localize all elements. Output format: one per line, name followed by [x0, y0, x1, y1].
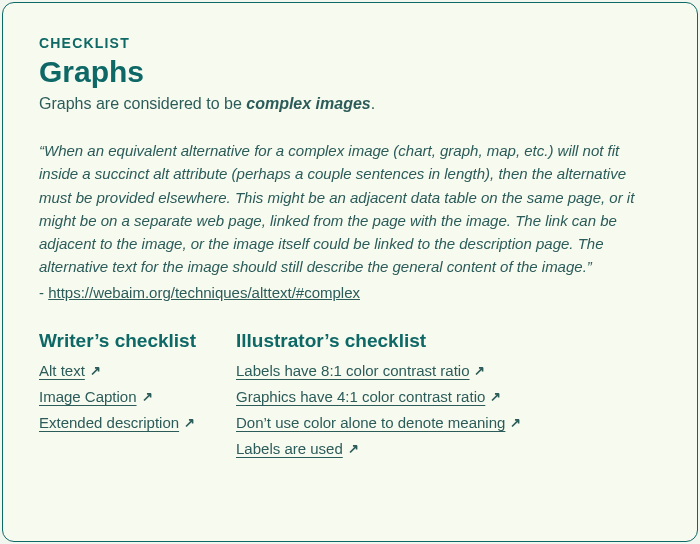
external-link-icon: ↗: [90, 363, 101, 378]
subtitle: Graphs are considered to be complex imag…: [39, 95, 661, 113]
illustrator-item-graphics-contrast[interactable]: Graphics have 4:1 color contrast ratio ↗: [236, 388, 501, 405]
checklist-item-label: Image Caption: [39, 388, 137, 405]
writer-column: Writer’s checklist Alt text ↗ Image Capt…: [39, 330, 196, 466]
writer-heading: Writer’s checklist: [39, 330, 196, 352]
external-link-icon: ↗: [142, 389, 153, 404]
illustrator-item-label-contrast[interactable]: Labels have 8:1 color contrast ratio ↗: [236, 362, 485, 379]
kicker-label: CHECKLIST: [39, 35, 661, 51]
subtitle-post: .: [371, 95, 375, 112]
illustrator-column: Illustrator’s checklist Labels have 8:1 …: [236, 330, 521, 466]
quote-block: “When an equivalent alternative for a co…: [39, 139, 661, 279]
external-link-icon: ↗: [510, 415, 521, 430]
checklist-item-label: Graphics have 4:1 color contrast ratio: [236, 388, 485, 405]
subtitle-pre: Graphs are considered to be: [39, 95, 246, 112]
writer-item-image-caption[interactable]: Image Caption ↗: [39, 388, 153, 405]
illustrator-item-color-alone[interactable]: Don’t use color alone to denote meaning …: [236, 414, 521, 431]
attribution-link[interactable]: https://webaim.org/techniques/alttext/#c…: [48, 284, 360, 301]
page-title: Graphs: [39, 55, 661, 89]
writer-item-extended-description[interactable]: Extended description ↗: [39, 414, 195, 431]
illustrator-heading: Illustrator’s checklist: [236, 330, 426, 352]
external-link-icon: ↗: [490, 389, 501, 404]
checklist-item-label: Labels have 8:1 color contrast ratio: [236, 362, 469, 379]
subtitle-emphasis: complex images: [246, 95, 371, 112]
illustrator-item-labels-used[interactable]: Labels are used ↗: [236, 440, 359, 457]
external-link-icon: ↗: [348, 441, 359, 456]
checklist-item-label: Alt text: [39, 362, 85, 379]
attribution-line: - https://webaim.org/techniques/alttext/…: [39, 281, 661, 304]
writer-item-alt-text[interactable]: Alt text ↗: [39, 362, 101, 379]
external-link-icon: ↗: [474, 363, 485, 378]
checklist-card: CHECKLIST Graphs Graphs are considered t…: [2, 2, 698, 542]
checklist-columns: Writer’s checklist Alt text ↗ Image Capt…: [39, 330, 661, 466]
checklist-item-label: Don’t use color alone to denote meaning: [236, 414, 505, 431]
checklist-item-label: Labels are used: [236, 440, 343, 457]
checklist-item-label: Extended description: [39, 414, 179, 431]
external-link-icon: ↗: [184, 415, 195, 430]
attribution-prefix: -: [39, 284, 48, 301]
